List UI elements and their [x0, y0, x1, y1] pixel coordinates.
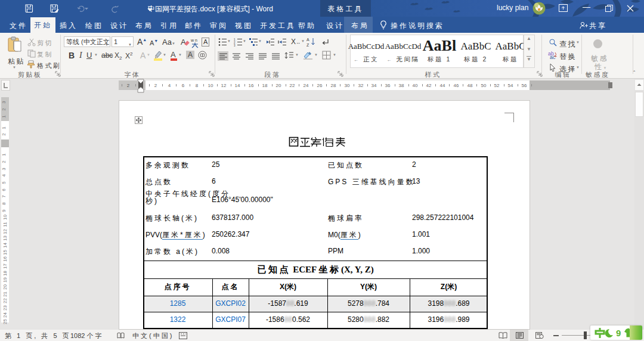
svg-text:n: n: [195, 38, 197, 42]
svg-text:9: 9: [616, 328, 621, 338]
svg-text:3: 3: [234, 44, 236, 47]
svg-text:Z: Z: [306, 43, 309, 47]
svg-text:A: A: [306, 38, 309, 42]
svg-text:w: w: [190, 38, 194, 42]
